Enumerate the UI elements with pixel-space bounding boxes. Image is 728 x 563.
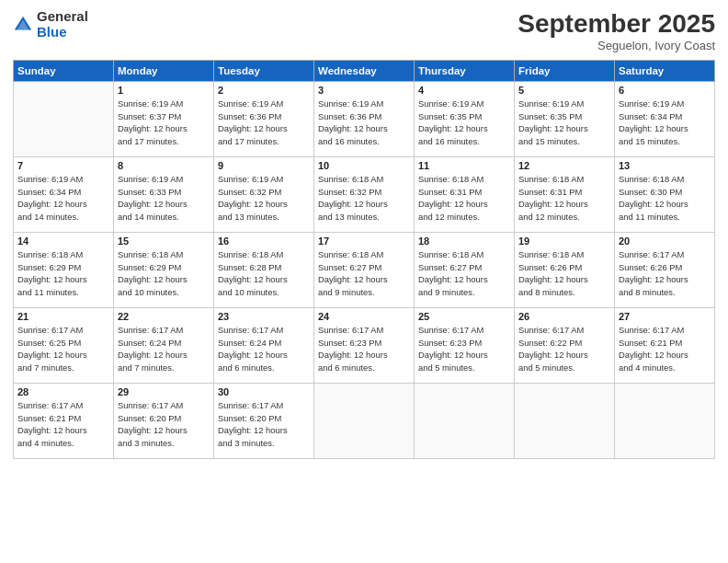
header: General Blue September 2025 Seguelon, Iv…: [13, 9, 715, 52]
day-info: Sunrise: 6:18 AMSunset: 6:32 PMDaylight:…: [318, 173, 410, 224]
day-number: 17: [318, 236, 410, 247]
table-row: [415, 384, 515, 459]
table-row: 3Sunrise: 6:19 AMSunset: 6:36 PMDaylight…: [314, 82, 415, 157]
day-number: 3: [318, 85, 410, 96]
day-info: Sunrise: 6:17 AMSunset: 6:23 PMDaylight:…: [418, 324, 510, 374]
table-row: 25Sunrise: 6:17 AMSunset: 6:23 PMDayligh…: [415, 308, 515, 384]
table-row: 1Sunrise: 6:19 AMSunset: 6:37 PMDaylight…: [114, 82, 214, 157]
table-row: 11Sunrise: 6:18 AMSunset: 6:31 PMDayligh…: [415, 157, 515, 233]
day-info: Sunrise: 6:18 AMSunset: 6:29 PMDaylight:…: [17, 248, 109, 299]
table-row: 24Sunrise: 6:17 AMSunset: 6:23 PMDayligh…: [314, 308, 415, 384]
table-row: 17Sunrise: 6:18 AMSunset: 6:27 PMDayligh…: [314, 233, 415, 308]
location-subtitle: Seguelon, Ivory Coast: [518, 39, 715, 52]
table-row: 26Sunrise: 6:17 AMSunset: 6:22 PMDayligh…: [515, 308, 615, 384]
day-number: 6: [619, 85, 711, 96]
day-info: Sunrise: 6:18 AMSunset: 6:27 PMDaylight:…: [318, 248, 410, 299]
calendar-week-row: 21Sunrise: 6:17 AMSunset: 6:25 PMDayligh…: [14, 308, 715, 384]
day-number: 23: [218, 311, 310, 322]
day-info: Sunrise: 6:19 AMSunset: 6:33 PMDaylight:…: [118, 173, 210, 224]
table-row: 27Sunrise: 6:17 AMSunset: 6:21 PMDayligh…: [615, 308, 715, 384]
day-info: Sunrise: 6:19 AMSunset: 6:35 PMDaylight:…: [418, 98, 510, 148]
table-row: 4Sunrise: 6:19 AMSunset: 6:35 PMDaylight…: [415, 82, 515, 157]
day-info: Sunrise: 6:18 AMSunset: 6:27 PMDaylight:…: [418, 248, 510, 299]
header-friday: Friday: [515, 61, 615, 82]
month-title: September 2025: [518, 9, 715, 39]
table-row: 6Sunrise: 6:19 AMSunset: 6:34 PMDaylight…: [615, 82, 715, 157]
day-number: 8: [118, 160, 210, 171]
day-info: Sunrise: 6:17 AMSunset: 6:21 PMDaylight:…: [619, 324, 711, 374]
day-info: Sunrise: 6:17 AMSunset: 6:25 PMDaylight:…: [17, 324, 109, 374]
day-number: 25: [418, 311, 510, 322]
table-row: 15Sunrise: 6:18 AMSunset: 6:29 PMDayligh…: [114, 233, 214, 308]
day-info: Sunrise: 6:18 AMSunset: 6:28 PMDaylight:…: [218, 248, 310, 299]
day-info: Sunrise: 6:19 AMSunset: 6:37 PMDaylight:…: [118, 98, 210, 148]
day-number: 14: [17, 236, 109, 247]
day-number: 27: [619, 311, 711, 322]
table-row: [314, 384, 415, 459]
header-monday: Monday: [114, 61, 214, 82]
header-wednesday: Wednesday: [314, 61, 415, 82]
day-number: 22: [118, 311, 210, 322]
table-row: 13Sunrise: 6:18 AMSunset: 6:30 PMDayligh…: [615, 157, 715, 233]
day-info: Sunrise: 6:17 AMSunset: 6:23 PMDaylight:…: [318, 324, 410, 374]
day-info: Sunrise: 6:19 AMSunset: 6:34 PMDaylight:…: [619, 98, 711, 148]
day-info: Sunrise: 6:17 AMSunset: 6:24 PMDaylight:…: [218, 324, 310, 374]
day-number: 30: [218, 386, 310, 397]
day-info: Sunrise: 6:17 AMSunset: 6:24 PMDaylight:…: [118, 324, 210, 374]
day-number: 12: [518, 160, 610, 171]
table-row: 14Sunrise: 6:18 AMSunset: 6:29 PMDayligh…: [14, 233, 114, 308]
header-saturday: Saturday: [615, 61, 715, 82]
day-number: 18: [418, 236, 510, 247]
day-info: Sunrise: 6:17 AMSunset: 6:20 PMDaylight:…: [118, 399, 210, 450]
logo-blue: Blue: [37, 25, 88, 40]
day-number: 7: [17, 160, 109, 171]
logo-icon: [13, 15, 33, 35]
table-row: 12Sunrise: 6:18 AMSunset: 6:31 PMDayligh…: [515, 157, 615, 233]
table-row: [515, 384, 615, 459]
day-number: 5: [518, 85, 610, 96]
day-number: 15: [118, 236, 210, 247]
day-info: Sunrise: 6:17 AMSunset: 6:26 PMDaylight:…: [619, 248, 711, 299]
day-info: Sunrise: 6:18 AMSunset: 6:31 PMDaylight:…: [418, 173, 510, 224]
day-number: 4: [418, 85, 510, 96]
table-row: 22Sunrise: 6:17 AMSunset: 6:24 PMDayligh…: [114, 308, 214, 384]
day-number: 16: [218, 236, 310, 247]
day-info: Sunrise: 6:19 AMSunset: 6:32 PMDaylight:…: [218, 173, 310, 224]
day-number: 9: [218, 160, 310, 171]
day-number: 13: [619, 160, 711, 171]
table-row: 20Sunrise: 6:17 AMSunset: 6:26 PMDayligh…: [615, 233, 715, 308]
table-row: 19Sunrise: 6:18 AMSunset: 6:26 PMDayligh…: [515, 233, 615, 308]
table-row: 8Sunrise: 6:19 AMSunset: 6:33 PMDaylight…: [114, 157, 214, 233]
day-info: Sunrise: 6:18 AMSunset: 6:31 PMDaylight:…: [518, 173, 610, 224]
day-number: 29: [118, 386, 210, 397]
day-number: 20: [619, 236, 711, 247]
table-row: 10Sunrise: 6:18 AMSunset: 6:32 PMDayligh…: [314, 157, 415, 233]
table-row: 16Sunrise: 6:18 AMSunset: 6:28 PMDayligh…: [214, 233, 314, 308]
day-info: Sunrise: 6:17 AMSunset: 6:21 PMDaylight:…: [17, 399, 109, 450]
day-info: Sunrise: 6:19 AMSunset: 6:35 PMDaylight:…: [518, 98, 610, 148]
header-sunday: Sunday: [14, 61, 114, 82]
table-row: 29Sunrise: 6:17 AMSunset: 6:20 PMDayligh…: [114, 384, 214, 459]
header-tuesday: Tuesday: [214, 61, 314, 82]
page: General Blue September 2025 Seguelon, Iv…: [0, 0, 728, 563]
day-number: 28: [17, 386, 109, 397]
day-info: Sunrise: 6:17 AMSunset: 6:22 PMDaylight:…: [518, 324, 610, 374]
day-info: Sunrise: 6:19 AMSunset: 6:34 PMDaylight:…: [17, 173, 109, 224]
day-number: 1: [118, 85, 210, 96]
table-row: 30Sunrise: 6:17 AMSunset: 6:20 PMDayligh…: [214, 384, 314, 459]
day-number: 2: [218, 85, 310, 96]
day-number: 19: [518, 236, 610, 247]
table-row: 7Sunrise: 6:19 AMSunset: 6:34 PMDaylight…: [14, 157, 114, 233]
table-row: 5Sunrise: 6:19 AMSunset: 6:35 PMDaylight…: [515, 82, 615, 157]
table-row: [615, 384, 715, 459]
day-number: 24: [318, 311, 410, 322]
table-row: 2Sunrise: 6:19 AMSunset: 6:36 PMDaylight…: [214, 82, 314, 157]
day-number: 26: [518, 311, 610, 322]
calendar-week-row: 14Sunrise: 6:18 AMSunset: 6:29 PMDayligh…: [14, 233, 715, 308]
day-number: 21: [17, 311, 109, 322]
table-row: 28Sunrise: 6:17 AMSunset: 6:21 PMDayligh…: [14, 384, 114, 459]
logo-general: General: [37, 9, 88, 25]
day-info: Sunrise: 6:18 AMSunset: 6:30 PMDaylight:…: [619, 173, 711, 224]
table-row: 9Sunrise: 6:19 AMSunset: 6:32 PMDaylight…: [214, 157, 314, 233]
table-row: 21Sunrise: 6:17 AMSunset: 6:25 PMDayligh…: [14, 308, 114, 384]
